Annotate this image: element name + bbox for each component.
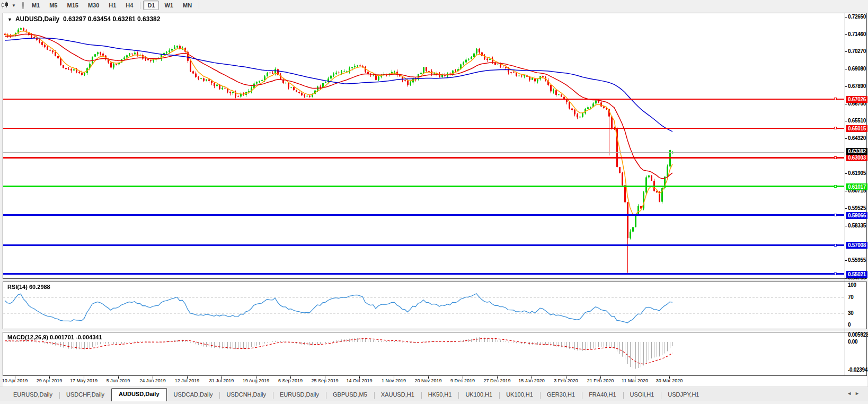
timeframe-button-m15[interactable]: M15 <box>63 1 82 10</box>
tab-eurusd-daily[interactable]: EURUSD,Daily <box>273 389 326 401</box>
date-label: 21 Feb 2020 <box>587 378 614 383</box>
price-axis[interactable]: 0.726500.714600.702700.690800.678900.667… <box>845 13 868 376</box>
hline-0.55021[interactable] <box>3 273 844 275</box>
chart-title: ▼AUDUSD,Daily 0.63297 0.63454 0.63281 0.… <box>7 15 160 23</box>
tab-usdcad-daily[interactable]: USDCAD,Daily <box>167 389 220 401</box>
date-label: 11 Mar 2020 <box>622 378 648 383</box>
date-label: 6 Sep 2019 <box>278 378 303 383</box>
axis-tick <box>845 173 847 174</box>
date-label: 30 Mar 2020 <box>656 378 683 383</box>
hline-price-label: 0.63003 <box>846 154 867 161</box>
tab-uk100-h1[interactable]: UK100,H1 <box>499 389 540 401</box>
macd-axis-label: -0.02394 <box>848 367 867 373</box>
tab-fra40-h1[interactable]: FRA40,H1 <box>582 389 623 401</box>
date-label: 14 Oct 2019 <box>346 378 372 383</box>
rsi-indicator-label: RSI(14) 60.2988 <box>7 284 50 290</box>
axis-tick <box>845 191 847 191</box>
hline-0.57008[interactable] <box>3 244 844 246</box>
date-label: 24 Jun 2019 <box>139 378 166 383</box>
hline-handle[interactable] <box>834 273 837 275</box>
hline-0.59066[interactable] <box>3 214 844 216</box>
hline-0.61017[interactable] <box>3 186 844 187</box>
tab-usoil-h1[interactable]: USOil,H1 <box>623 389 661 401</box>
axis-tick <box>845 34 847 35</box>
axis-tick <box>845 86 847 87</box>
tab-usdchf-daily[interactable]: USDCHF,Daily <box>59 389 111 401</box>
hline-handle[interactable] <box>834 127 837 129</box>
axis-tick <box>845 226 847 226</box>
axis-tick <box>845 260 847 261</box>
date-label: 27 Dec 2019 <box>483 378 510 383</box>
hline-price-label: 0.61017 <box>846 183 867 190</box>
macd-name: MACD(12,26,9) <box>7 334 48 340</box>
hline-0.65015[interactable] <box>3 128 844 129</box>
date-label: 9 Dec 2019 <box>450 378 475 383</box>
axis-tick-label: 0.70270 <box>848 48 866 54</box>
tab-xauusd-h1[interactable]: XAUUSD,H1 <box>374 389 421 401</box>
axis-tick-label: 0.61905 <box>848 170 866 176</box>
tab-scroll-right-icon[interactable]: ► <box>855 391 863 396</box>
axis-tick <box>845 121 847 121</box>
hline-handle[interactable] <box>834 98 837 100</box>
hline-handle[interactable] <box>834 156 837 159</box>
tab-scroll-arrows: ◄► <box>847 391 863 396</box>
hline-handle[interactable] <box>834 214 837 216</box>
tab-audusd-daily[interactable]: AUDUSD,Daily <box>111 388 166 401</box>
hline-0.67026[interactable] <box>3 99 844 100</box>
axis-tick-label: 0.65510 <box>848 118 866 124</box>
candlestick-chart-icon[interactable] <box>1 2 11 9</box>
axis-tick <box>845 208 847 209</box>
axis-tick-label: 0.71460 <box>848 31 866 37</box>
chart-menu-caret-icon[interactable]: ▼ <box>7 17 12 22</box>
date-label: 20 Nov 2019 <box>414 378 441 383</box>
date-label: 29 Apr 2019 <box>37 378 63 383</box>
rsi-name: RSI(14) <box>7 284 28 290</box>
rsi-axis-label: 0 <box>848 322 851 328</box>
hline-handle[interactable] <box>834 185 837 188</box>
macd-axis-label: 0.005923 <box>848 332 868 338</box>
timeframe-button-mn[interactable]: MN <box>179 1 196 10</box>
rsi-axis-label: 70 <box>848 294 854 300</box>
chart-ohlc-values: 0.63297 0.63454 0.63281 0.63382 <box>63 15 161 23</box>
timeframe-button-m30[interactable]: M30 <box>84 1 103 10</box>
timeframe-button-m1[interactable]: M1 <box>28 1 44 10</box>
date-label: 1 Nov 2019 <box>382 378 406 383</box>
timeframe-button-h4[interactable]: H4 <box>121 1 137 10</box>
chevron-down-icon[interactable]: ▼ <box>12 3 16 8</box>
terminal-window: ▼ M1M5M15M30H1H4D1W1MN ▼AUDUSD,Daily 0.6… <box>0 0 868 404</box>
timeframe-button-h1[interactable]: H1 <box>104 1 120 10</box>
timeframe-button-w1[interactable]: W1 <box>160 1 178 10</box>
axis-tick <box>845 138 847 139</box>
chart-tab-bar: EURUSD,DailyUSDCHF,DailyAUDUSD,DailyUSDC… <box>0 387 868 401</box>
tab-eurusd-daily[interactable]: EURUSD,Daily <box>6 389 59 401</box>
axis-tick <box>845 69 847 69</box>
tab-hk50-h1[interactable]: HK50,H1 <box>421 389 459 401</box>
macd-axis-label: 0.00 <box>848 339 857 345</box>
axis-tick <box>845 17 847 17</box>
tab-scroll-left-icon[interactable]: ◄ <box>847 391 855 396</box>
tab-uk100-h1[interactable]: UK100,H1 <box>458 389 499 401</box>
rsi-value: 60.2988 <box>29 284 50 290</box>
axis-tick-label: 0.59525 <box>848 205 866 211</box>
axis-tick <box>845 104 847 104</box>
hline-0.63003[interactable] <box>3 157 844 159</box>
tab-usdcnh-daily[interactable]: USDCNH,Daily <box>219 389 273 401</box>
tab-ger30-h1[interactable]: GER30,H1 <box>540 389 582 401</box>
hline-handle[interactable] <box>834 244 837 247</box>
axis-tick-label: 0.69080 <box>848 66 866 72</box>
macd-indicator-label: MACD(12,26,9) 0.001701 -0.004341 <box>7 334 102 340</box>
axis-tick-label: 0.55955 <box>848 257 866 263</box>
toolbar-separator <box>199 2 199 9</box>
axis-tick-label: 0.58335 <box>848 223 866 229</box>
toolbar-grip[interactable] <box>22 2 24 9</box>
date-label: 25 Sep 2019 <box>311 378 338 383</box>
timeframe-button-d1[interactable]: D1 <box>143 1 159 10</box>
tab-gbpusd-m5[interactable]: GBPUSD,M5 <box>326 389 374 401</box>
tab-usdjpy-h1[interactable]: USDJPY,H1 <box>661 389 706 401</box>
axis-tick-label: 0.64320 <box>848 135 866 141</box>
date-label: 15 Jan 2020 <box>518 378 545 383</box>
chart-canvas[interactable] <box>3 13 845 379</box>
current-price-label: 0.63382 <box>846 148 867 155</box>
chart-symbol: AUDUSD,Daily <box>15 15 59 23</box>
timeframe-button-m5[interactable]: M5 <box>45 1 61 10</box>
